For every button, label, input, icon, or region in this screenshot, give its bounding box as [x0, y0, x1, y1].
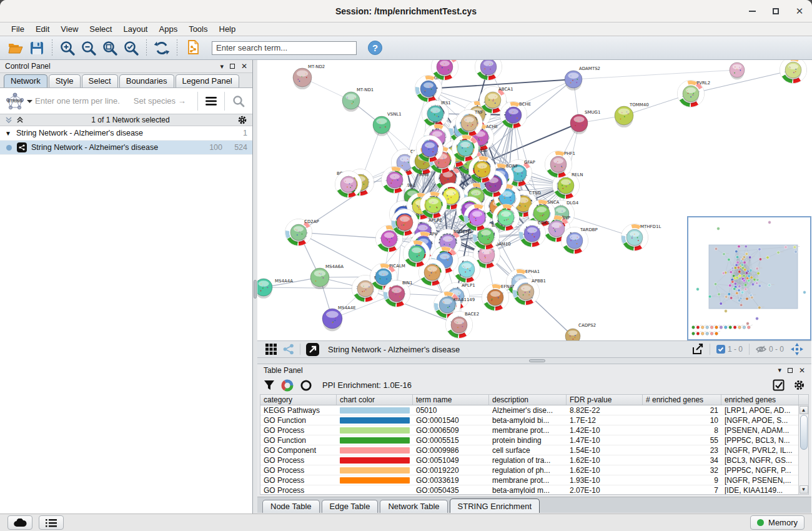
menu-layout[interactable]: Layout — [118, 24, 152, 34]
memory-button[interactable]: Memory — [750, 515, 805, 530]
table-row[interactable]: GO FunctionGO:0005515protein binding1.47… — [260, 435, 808, 445]
minimize-button[interactable] — [747, 6, 757, 16]
menu-edit[interactable]: Edit — [31, 24, 54, 34]
column-header-chart-color[interactable]: chart color — [337, 395, 413, 405]
table-splitter[interactable] — [257, 358, 811, 364]
table-row[interactable]: GO ComponentGO:0009986cell surface1.54E-… — [260, 445, 808, 455]
network-node-mt-nd1[interactable]: MT-ND1 — [342, 87, 374, 112]
column-header-enriched-genes[interactable]: enriched genes — [721, 395, 799, 405]
network-node-pvrl2[interactable]: PVRL2 — [678, 81, 711, 107]
column-header-category[interactable]: category — [260, 395, 337, 405]
menu-tools[interactable]: Tools — [184, 24, 212, 34]
network-node-mthfd1l[interactable]: MTHFD1L — [621, 224, 661, 251]
tab-select[interactable]: Select — [82, 74, 118, 87]
string-logo-icon[interactable]: STRING — [4, 91, 32, 112]
birdseye-toggle-icon[interactable] — [789, 342, 805, 357]
network-node[interactable] — [417, 136, 443, 162]
enrichment-chart-icon[interactable] — [281, 379, 294, 392]
menu-file[interactable]: File — [6, 24, 29, 34]
zoom-in-icon[interactable] — [58, 39, 77, 57]
network-node-smug1[interactable]: SMUG1 — [570, 110, 600, 134]
scroll-down-icon[interactable]: ▼ — [800, 485, 808, 494]
zoom-selected-icon[interactable] — [122, 39, 141, 57]
tab-string-enrichment[interactable]: STRING Enrichment — [450, 499, 540, 513]
network-node[interactable] — [475, 60, 502, 81]
zoom-fit-icon[interactable] — [101, 39, 119, 57]
network-node-cd2ap[interactable]: CD2AP — [285, 219, 319, 246]
close-panel-icon[interactable]: ✕ — [799, 366, 805, 375]
menu-select[interactable]: Select — [84, 24, 117, 34]
network-node[interactable] — [335, 171, 362, 198]
column-header-description[interactable]: description — [489, 395, 567, 405]
network-node-irs1[interactable]: IRS1 — [422, 101, 451, 127]
panel-splitter[interactable] — [253, 60, 257, 514]
network-node-cadps2[interactable]: CADPS2 — [565, 323, 596, 340]
select-all-checkbox-icon[interactable] — [773, 379, 785, 391]
save-icon[interactable] — [27, 39, 46, 57]
float-panel-icon[interactable] — [788, 368, 793, 373]
table-row[interactable]: GO ProcessGO:0050435beta-amyloid m...2.0… — [260, 485, 808, 494]
network-node-tardbp[interactable]: TARDBP — [562, 227, 598, 254]
table-row[interactable]: KEGG Pathways05010Alzheimer's dise...8.8… — [260, 405, 808, 415]
string-menu-icon[interactable] — [203, 92, 219, 111]
maximize-button[interactable] — [771, 6, 781, 16]
close-panel-icon[interactable]: ✕ — [241, 62, 247, 71]
network-node-bin1[interactable]: BIN1 — [384, 280, 413, 307]
open-in-window-icon[interactable] — [304, 342, 320, 357]
network-node[interactable] — [382, 167, 408, 194]
network-node[interactable] — [730, 62, 745, 79]
splitter-handle-h[interactable] — [529, 359, 545, 362]
table-row[interactable]: GO ProcessGO:0006509membrane prot...1.42… — [260, 425, 808, 435]
help-icon[interactable]: ? — [365, 39, 384, 57]
network-node-efna5[interactable]: EFNA5 — [482, 284, 515, 311]
network-tree-row[interactable]: ▼String Network - Alzheimer's disease1 — [0, 126, 252, 141]
search-input[interactable] — [212, 41, 357, 55]
ring-chart-icon[interactable] — [300, 379, 312, 392]
table-row[interactable]: GO FunctionGO:0001540beta-amyloid bi...1… — [260, 415, 808, 425]
collapse-all-icon[interactable] — [5, 116, 12, 124]
network-node[interactable] — [469, 156, 496, 183]
column-header-fdr-p-value[interactable]: FDR p-value — [567, 395, 643, 405]
scroll-thumb[interactable] — [800, 415, 808, 450]
zoom-out-icon[interactable] — [79, 39, 98, 57]
tab-node-table[interactable]: Node Table — [262, 500, 320, 513]
table-row[interactable]: GO ProcessGO:0051049regulation of tra...… — [260, 455, 808, 465]
tab-legend-panel[interactable]: Legend Panel — [176, 74, 239, 87]
network-node-bace2[interactable]: BACE2 — [446, 312, 480, 339]
network-node-cdk5[interactable]: CDK5 — [519, 221, 550, 247]
panel-menu-icon[interactable]: ▾ — [220, 62, 224, 71]
network-node-adamts2[interactable]: ADAMTS2 — [565, 66, 600, 91]
network-node[interactable] — [420, 192, 447, 219]
network-node-vsnl1[interactable]: VSNL1 — [373, 112, 402, 136]
network-node-ms4a4a[interactable]: MS4A4A — [257, 279, 293, 299]
column-header-term-name[interactable]: term name — [413, 395, 489, 405]
table-scrollbar[interactable]: ▲ ▼ — [798, 405, 808, 494]
birdseye-panel[interactable] — [687, 216, 811, 340]
menu-view[interactable]: View — [56, 24, 83, 34]
scroll-up-icon[interactable]: ▲ — [800, 406, 808, 414]
network-file-icon[interactable] — [183, 39, 202, 57]
string-search-icon[interactable] — [230, 92, 247, 111]
export-network-icon[interactable] — [690, 342, 706, 357]
network-tree-row[interactable]: String Network - Alzheimer's disease1005… — [0, 141, 252, 155]
splitter-handle[interactable] — [254, 280, 257, 299]
network-share-icon[interactable] — [281, 342, 296, 357]
grid-mode-icon[interactable] — [264, 342, 279, 357]
column-header--enriched-genes[interactable]: # enriched genes — [643, 395, 721, 405]
table-row[interactable]: GO ProcessGO:0019220regulation of ph...1… — [260, 465, 808, 475]
table-row[interactable]: GO ProcessGO:0033619membrane prot...1.93… — [260, 475, 808, 485]
tab-style[interactable]: Style — [49, 74, 81, 87]
task-list-button[interactable] — [39, 515, 64, 530]
network-node-tomm40[interactable]: TOMM40 — [615, 102, 649, 127]
panel-menu-icon[interactable]: ▾ — [778, 366, 781, 374]
expand-all-icon[interactable] — [16, 116, 24, 124]
tab-edge-table[interactable]: Edge Table — [322, 500, 379, 513]
network-node[interactable] — [493, 204, 520, 231]
network-node[interactable] — [780, 60, 807, 84]
set-species-hint[interactable]: Set species → — [134, 96, 186, 106]
filter-icon[interactable] — [264, 380, 275, 391]
network-node[interactable] — [392, 209, 418, 236]
tab-network[interactable]: Network — [4, 74, 47, 87]
tab-boundaries[interactable]: Boundaries — [119, 74, 174, 87]
string-search-input[interactable]: Enter one term per line. Set species → — [32, 96, 194, 106]
